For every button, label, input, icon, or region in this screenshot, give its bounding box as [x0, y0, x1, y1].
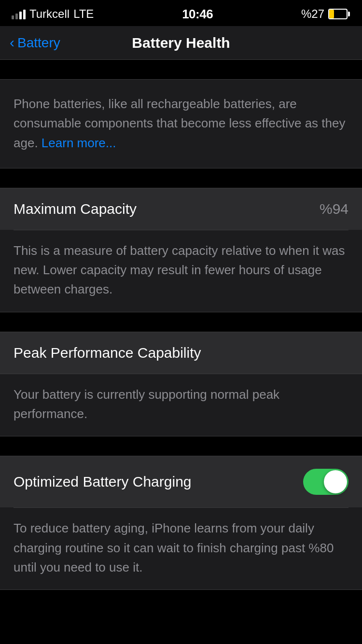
nav-bar: ‹ Battery Battery Health: [0, 26, 362, 60]
status-bar: Turkcell LTE 10:46 %27: [0, 0, 362, 26]
battery-tip: [348, 12, 350, 16]
optimized-charging-desc-text: To reduce battery aging, iPhone learns f…: [14, 518, 348, 577]
optimized-charging-description: To reduce battery aging, iPhone learns f…: [0, 508, 362, 589]
optimized-charging-toggle[interactable]: [303, 469, 348, 495]
back-chevron-icon: ‹: [10, 35, 14, 50]
info-description: Phone batteries, like all rechargeable b…: [14, 94, 348, 153]
peak-performance-description: Your battery is currently supporting nor…: [0, 374, 362, 436]
battery-fill: [329, 10, 334, 18]
signal-bars-icon: [12, 9, 26, 19]
status-time: 10:46: [182, 7, 213, 22]
optimized-charging-row: Optimized Battery Charging: [0, 456, 362, 507]
network-type-label: LTE: [73, 7, 94, 21]
max-capacity-row: Maximum Capacity %94: [0, 188, 362, 230]
status-right: %27: [301, 7, 350, 21]
max-capacity-section: Maximum Capacity %94 This is a measure o…: [0, 188, 362, 312]
carrier-label: Turkcell: [29, 7, 70, 21]
peak-performance-label: Peak Performance Capability: [14, 345, 201, 361]
optimized-charging-section: Optimized Battery Charging To reduce bat…: [0, 456, 362, 590]
content: Phone batteries, like all rechargeable b…: [0, 79, 362, 644]
max-capacity-desc-text: This is a measure of battery capacity re…: [14, 241, 348, 299]
peak-performance-header: Peak Performance Capability: [0, 332, 362, 374]
peak-performance-desc-text: Your battery is currently supporting nor…: [14, 385, 348, 424]
peak-performance-section: Peak Performance Capability Your battery…: [0, 332, 362, 437]
learn-more-link[interactable]: Learn more...: [42, 136, 116, 150]
max-capacity-description: This is a measure of battery capacity re…: [0, 230, 362, 312]
info-section: Phone batteries, like all rechargeable b…: [0, 79, 362, 168]
page-title: Battery Health: [132, 35, 230, 51]
bottom-space: [0, 590, 362, 644]
back-label: Battery: [17, 35, 60, 51]
battery-body: [328, 9, 348, 19]
battery-percent-label: %27: [301, 7, 324, 21]
max-capacity-value: %94: [320, 201, 348, 217]
back-button[interactable]: ‹ Battery: [10, 35, 60, 51]
max-capacity-label: Maximum Capacity: [14, 201, 137, 217]
optimized-charging-label: Optimized Battery Charging: [14, 474, 192, 490]
status-left: Turkcell LTE: [12, 7, 94, 21]
toggle-knob: [324, 470, 347, 493]
battery-icon: [328, 8, 350, 20]
